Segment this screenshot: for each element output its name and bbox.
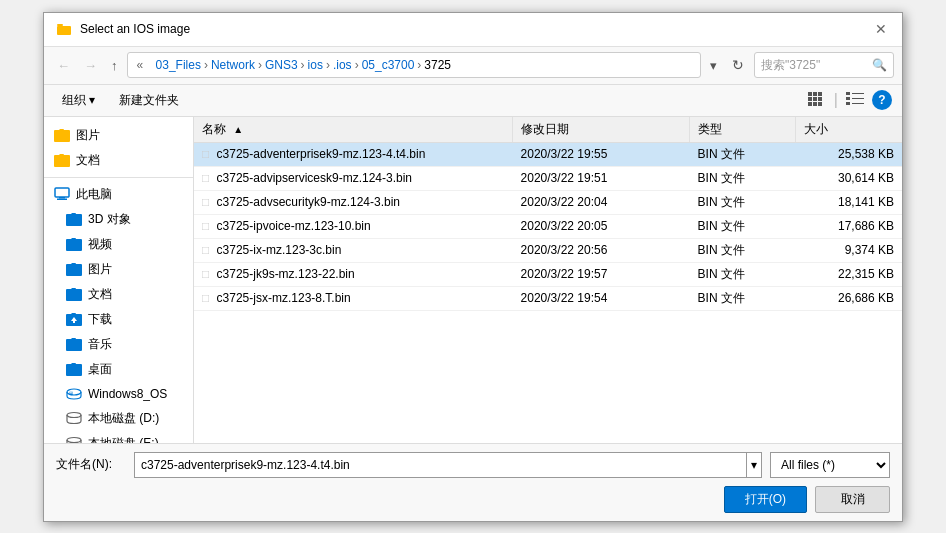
open-button[interactable]: 打开(O) xyxy=(724,486,807,513)
close-button[interactable]: ✕ xyxy=(872,20,890,38)
sidebar-item-local-d[interactable]: 本地磁盘 (D:) xyxy=(44,406,193,431)
local-e-icon xyxy=(66,435,82,443)
svg-rect-5 xyxy=(808,97,812,101)
sidebar-item-3d[interactable]: 3D 对象 xyxy=(44,207,193,232)
breadcrumb-dotios[interactable]: .ios xyxy=(333,58,352,72)
back-button[interactable]: ← xyxy=(52,55,75,76)
cancel-button[interactable]: 取消 xyxy=(815,486,890,513)
details-view-button[interactable] xyxy=(842,90,868,111)
search-input[interactable] xyxy=(761,58,870,72)
3d-folder-icon xyxy=(66,211,82,227)
breadcrumb-ios[interactable]: ios xyxy=(308,58,323,72)
svg-rect-14 xyxy=(852,98,864,99)
sidebar-label-3d: 3D 对象 xyxy=(88,211,131,228)
file-icon: □ xyxy=(202,219,209,233)
svg-rect-18 xyxy=(59,197,65,199)
file-name: c3725-ipvoice-mz.123-10.bin xyxy=(217,219,371,233)
breadcrumb-05c3700[interactable]: 05_c3700 xyxy=(362,58,415,72)
breadcrumb-current: 3725 xyxy=(424,58,451,72)
local-d-icon xyxy=(66,410,82,426)
file-date-cell: 2020/3/22 20:05 xyxy=(513,214,690,238)
table-row[interactable]: □ c3725-advsecurityk9-mz.124-3.bin 2020/… xyxy=(194,190,902,214)
desktop-folder-icon xyxy=(66,361,82,377)
action-left: 组织 ▾ 新建文件夹 xyxy=(54,90,187,111)
file-type-cell: BIN 文件 xyxy=(690,190,796,214)
svg-rect-0 xyxy=(57,24,63,26)
sidebar-item-local-e[interactable]: 本地磁盘 (E:) xyxy=(44,431,193,443)
file-name-cell: □ c3725-advsecurityk9-mz.124-3.bin xyxy=(194,190,513,214)
sidebar-item-pictures-quick[interactable]: 图片 xyxy=(44,123,193,148)
table-row[interactable]: □ c3725-advipservicesk9-mz.124-3.bin 202… xyxy=(194,166,902,190)
file-table: 名称 ▲ 修改日期 类型 大小 xyxy=(194,117,902,311)
file-type-cell: BIN 文件 xyxy=(690,262,796,286)
col-header-size[interactable]: 大小 xyxy=(796,117,902,143)
folder-yellow-icon xyxy=(54,127,70,143)
title-bar-left: Select an IOS image xyxy=(56,21,190,37)
filename-row: 文件名(N): ▾ All files (*) xyxy=(56,452,890,478)
up-button[interactable]: ↑ xyxy=(106,55,123,76)
sidebar-item-this-pc[interactable]: 此电脑 xyxy=(44,182,193,207)
svg-rect-3 xyxy=(813,92,817,96)
file-type-cell: BIN 文件 xyxy=(690,166,796,190)
sidebar-item-pictures2[interactable]: 图片 xyxy=(44,257,193,282)
sidebar-item-video[interactable]: 视频 xyxy=(44,232,193,257)
file-date-cell: 2020/3/22 19:57 xyxy=(513,262,690,286)
file-date-cell: 2020/3/22 20:56 xyxy=(513,238,690,262)
view-icon-button[interactable] xyxy=(804,90,830,111)
sidebar-item-windows8[interactable]: ⊞ Windows8_OS xyxy=(44,382,193,406)
col-header-type[interactable]: 类型 xyxy=(690,117,796,143)
file-icon: □ xyxy=(202,267,209,281)
file-name: c3725-ix-mz.123-3c.bin xyxy=(217,243,342,257)
organize-button[interactable]: 组织 ▾ xyxy=(54,90,103,111)
sidebar-item-downloads[interactable]: 下载 xyxy=(44,307,193,332)
breadcrumb-network[interactable]: Network xyxy=(211,58,255,72)
table-row[interactable]: □ c3725-ix-mz.123-3c.bin 2020/3/22 20:56… xyxy=(194,238,902,262)
file-date-cell: 2020/3/22 19:55 xyxy=(513,142,690,166)
filetype-select[interactable]: All files (*) xyxy=(770,452,890,478)
file-dialog: Select an IOS image ✕ ← → ↑ « 03_Files ›… xyxy=(43,12,903,522)
file-size-cell: 25,538 KB xyxy=(796,142,902,166)
file-icon: □ xyxy=(202,243,209,257)
file-icon: □ xyxy=(202,147,209,161)
file-size-cell: 18,141 KB xyxy=(796,190,902,214)
file-size-cell: 30,614 KB xyxy=(796,166,902,190)
filename-input[interactable] xyxy=(134,452,747,478)
dropdown-arrow-button[interactable]: ▾ xyxy=(705,55,722,76)
breadcrumb-gns3[interactable]: GNS3 xyxy=(265,58,298,72)
sidebar-item-docs-quick[interactable]: 文档 xyxy=(44,148,193,173)
breadcrumb-03files[interactable]: 03_Files xyxy=(156,58,201,72)
help-button[interactable]: ? xyxy=(872,90,892,110)
table-row[interactable]: □ c3725-jk9s-mz.123-22.bin 2020/3/22 19:… xyxy=(194,262,902,286)
svg-rect-10 xyxy=(818,102,822,106)
file-icon: □ xyxy=(202,291,209,305)
file-name-cell: □ c3725-ix-mz.123-3c.bin xyxy=(194,238,513,262)
buttons-row: 打开(O) 取消 xyxy=(56,486,890,513)
refresh-button[interactable]: ↻ xyxy=(726,54,750,76)
sidebar-item-music[interactable]: 音乐 xyxy=(44,332,193,357)
file-size-cell: 17,686 KB xyxy=(796,214,902,238)
file-name: c3725-advsecurityk9-mz.124-3.bin xyxy=(217,195,400,209)
col-header-date[interactable]: 修改日期 xyxy=(513,117,690,143)
folder-yellow-icon2 xyxy=(54,152,70,168)
file-icon: □ xyxy=(202,171,209,185)
breadcrumb-space xyxy=(149,58,152,72)
file-name-cell: □ c3725-adventerprisek9-mz.123-4.t4.bin xyxy=(194,142,513,166)
file-date-cell: 2020/3/22 20:04 xyxy=(513,190,690,214)
svg-text:⊞: ⊞ xyxy=(69,390,73,396)
sidebar-item-docs2[interactable]: 文档 xyxy=(44,282,193,307)
sidebar-label-pictures2: 图片 xyxy=(88,261,112,278)
svg-point-24 xyxy=(67,413,81,418)
table-row[interactable]: □ c3725-adventerprisek9-mz.123-4.t4.bin … xyxy=(194,142,902,166)
svg-rect-4 xyxy=(818,92,822,96)
file-name-cell: □ c3725-jk9s-mz.123-22.bin xyxy=(194,262,513,286)
filename-dropdown-button[interactable]: ▾ xyxy=(747,452,762,478)
file-size-cell: 22,315 KB xyxy=(796,262,902,286)
svg-rect-16 xyxy=(852,103,864,104)
table-row[interactable]: □ c3725-jsx-mz.123-8.T.bin 2020/3/22 19:… xyxy=(194,286,902,310)
table-row[interactable]: □ c3725-ipvoice-mz.123-10.bin 2020/3/22 … xyxy=(194,214,902,238)
new-folder-button[interactable]: 新建文件夹 xyxy=(111,90,187,111)
forward-button[interactable]: → xyxy=(79,55,102,76)
col-header-name[interactable]: 名称 ▲ xyxy=(194,117,513,143)
sidebar-item-desktop[interactable]: 桌面 xyxy=(44,357,193,382)
file-size-cell: 26,686 KB xyxy=(796,286,902,310)
